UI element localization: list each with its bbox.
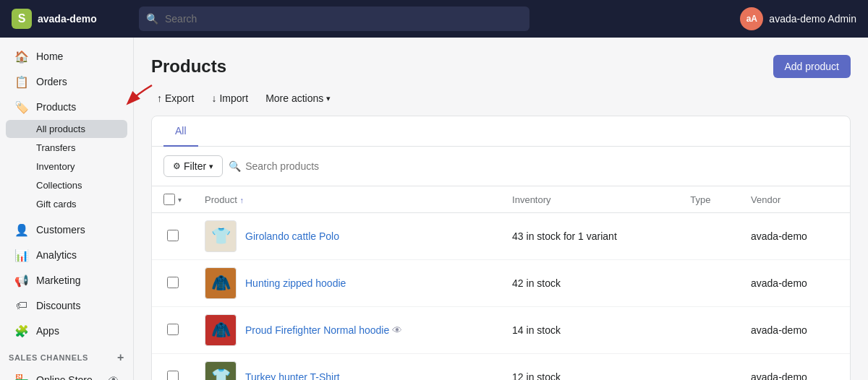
page-title: Products [151, 56, 226, 77]
add-sales-channel-icon[interactable]: + [117, 351, 124, 364]
table-row: 🧥Hunting zipped hoodie42 in stockavada-d… [152, 260, 850, 307]
products-submenu: All products Transfers Inventory Collect… [0, 120, 133, 217]
products-table: ▾ Product ↑ Inventory Type [152, 186, 850, 380]
row-checkbox[interactable] [167, 371, 179, 381]
global-search-input[interactable] [139, 7, 529, 31]
filter-button[interactable]: ⚙ Filter ▾ [163, 155, 223, 177]
main-content: Products Add product ↑ Export ↓ Import M… [134, 38, 868, 380]
sidebar-item-customers-label: Customers [36, 224, 85, 236]
sidebar-item-gift-cards[interactable]: Gift cards [6, 195, 127, 213]
product-name-link[interactable]: Proud Firefighter Normal hoodie [245, 324, 389, 336]
sidebar-item-analytics[interactable]: 📊 Analytics [6, 243, 127, 267]
sidebar-item-collections[interactable]: Collections [6, 176, 127, 194]
search-products-input[interactable] [245, 157, 838, 175]
sidebar-item-inventory[interactable]: Inventory [6, 157, 127, 176]
sidebar-item-discounts-label: Discounts [36, 300, 80, 311]
home-icon: 🏠 [14, 49, 29, 64]
visibility-icon: 👁 [392, 324, 402, 336]
orders-icon: 📋 [14, 74, 29, 89]
sidebar-item-customers[interactable]: 👤 Customers [6, 217, 127, 242]
online-store-icon: 🏪 [14, 373, 29, 380]
product-cell: 🧥Hunting zipped hoodie [193, 260, 501, 307]
row-checkbox[interactable] [167, 324, 179, 335]
store-logo[interactable]: S avada-demo [12, 9, 127, 29]
sales-channels-section: SALES CHANNELS + [0, 344, 133, 367]
vendor-cell: avada-demo [739, 354, 850, 381]
row-checkbox-cell [152, 354, 193, 381]
product-name-link[interactable]: Hunting zipped hoodie [245, 277, 346, 289]
sidebar-item-apps[interactable]: 🧩 Apps [6, 319, 127, 343]
products-icon: 🏷️ [14, 100, 29, 114]
export-button[interactable]: ↑ Export [151, 90, 200, 107]
row-checkbox[interactable] [167, 230, 179, 241]
top-nav-right: aA avada-demo Admin [740, 7, 856, 30]
sidebar-item-home[interactable]: 🏠 Home [6, 44, 127, 69]
products-card: All ⚙ Filter ▾ 🔍 [151, 116, 851, 380]
marketing-icon: 📢 [14, 273, 29, 288]
filter-chevron-icon: ▾ [209, 162, 213, 171]
sidebar-item-transfers[interactable]: Transfers [6, 139, 127, 157]
export-icon: ↑ [157, 92, 162, 104]
inventory-cell: 42 in stock [501, 260, 678, 307]
table-header-checkbox: ▾ [152, 186, 193, 213]
inventory-label: Inventory [36, 161, 75, 172]
gift-cards-label: Gift cards [36, 199, 77, 210]
online-store-settings-icon[interactable]: 👁 [109, 374, 119, 380]
product-thumbnail: 👕 [205, 361, 237, 380]
action-bar: ↑ Export ↓ Import More actions ▾ [151, 90, 851, 107]
online-store-label: Online Store [36, 374, 93, 380]
product-thumbnail: 🧥 [205, 314, 237, 346]
all-products-label: All products [36, 124, 85, 134]
row-checkbox-cell [152, 260, 193, 307]
type-cell [678, 354, 739, 381]
tab-all[interactable]: All [163, 116, 198, 147]
inventory-cell: 14 in stock [501, 307, 678, 354]
row-checkbox-cell [152, 307, 193, 354]
row-checkbox-cell [152, 213, 193, 260]
type-cell [678, 307, 739, 354]
select-all-checkbox[interactable] [163, 194, 175, 205]
product-cell: 👕Turkey hunter T-Shirt [193, 354, 501, 381]
add-product-button[interactable]: Add product [773, 55, 851, 78]
inventory-cell: 12 in stock [501, 354, 678, 381]
sidebar-item-marketing[interactable]: 📢 Marketing [6, 268, 127, 293]
shopify-icon: S [12, 9, 32, 29]
sidebar-item-all-products[interactable]: All products [6, 120, 127, 138]
product-name-link[interactable]: Turkey hunter T-Shirt [245, 371, 340, 380]
table-row: 👕Girolando cattle Polo43 in stock for 1 … [152, 213, 850, 260]
table-row: 👕Turkey hunter T-Shirt12 in stockavada-d… [152, 354, 850, 381]
sidebar-item-online-store[interactable]: 🏪 Online Store 👁 [6, 368, 127, 380]
main-layout: 🏠 Home 📋 Orders 🏷️ Products All products… [0, 38, 868, 380]
sidebar-item-discounts[interactable]: 🏷 Discounts [6, 293, 127, 318]
search-area: 🔍 [139, 7, 529, 31]
vendor-cell: avada-demo [739, 260, 850, 307]
table-row: 🧥Proud Firefighter Normal hoodie👁14 in s… [152, 307, 850, 354]
avatar[interactable]: aA [740, 7, 763, 30]
search-products-wrapper: 🔍 [229, 157, 838, 175]
sidebar: 🏠 Home 📋 Orders 🏷️ Products All products… [0, 38, 134, 380]
sidebar-item-products[interactable]: 🏷️ Products [6, 95, 127, 119]
product-thumbnail: 👕 [205, 220, 237, 252]
search-icon: 🔍 [146, 13, 158, 25]
apps-icon: 🧩 [14, 324, 29, 338]
product-name-link[interactable]: Girolando cattle Polo [245, 230, 339, 242]
filter-search-row: ⚙ Filter ▾ 🔍 [152, 147, 850, 186]
product-thumbnail: 🧥 [205, 267, 237, 299]
checkbox-dropdown-icon[interactable]: ▾ [178, 196, 182, 204]
table-header-type[interactable]: Type [678, 186, 739, 213]
table-header-product[interactable]: Product ↑ [193, 186, 501, 213]
more-actions-button[interactable]: More actions ▾ [260, 90, 336, 107]
sidebar-item-marketing-label: Marketing [36, 275, 80, 286]
transfers-label: Transfers [36, 142, 75, 153]
import-button[interactable]: ↓ Import [205, 90, 254, 107]
row-checkbox[interactable] [167, 277, 179, 288]
sidebar-item-orders[interactable]: 📋 Orders [6, 69, 127, 94]
product-cell: 👕Girolando cattle Polo [193, 213, 501, 260]
sort-icon: ↑ [239, 196, 244, 204]
product-cell: 🧥Proud Firefighter Normal hoodie👁 [193, 307, 501, 354]
collections-label: Collections [36, 180, 82, 191]
table-header-inventory[interactable]: Inventory [501, 186, 678, 213]
admin-name-label: avada-demo Admin [769, 13, 856, 25]
page-header: Products Add product [151, 55, 851, 78]
table-header-vendor[interactable]: Vendor [739, 186, 850, 213]
